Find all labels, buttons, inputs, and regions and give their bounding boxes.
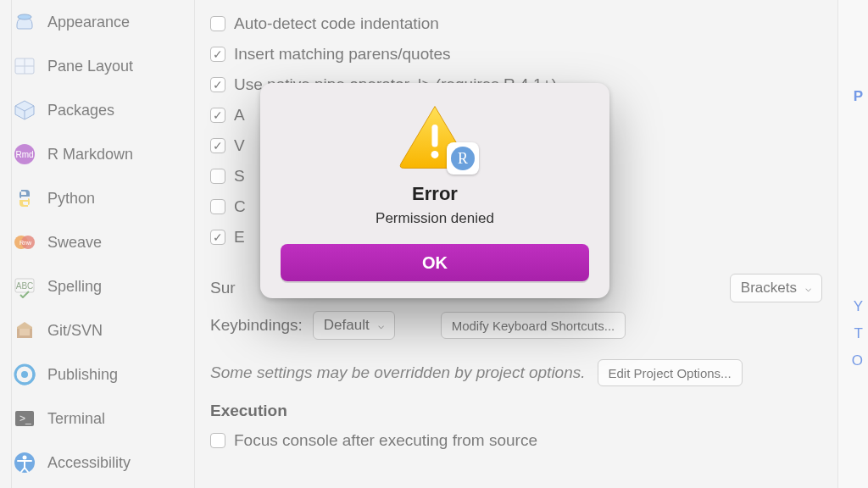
checkbox-label: A bbox=[234, 106, 245, 125]
sidebar-item-label: Appearance bbox=[47, 14, 130, 31]
keybindings-row: Keybindings: Default ⌵ Modify Keyboard S… bbox=[210, 307, 822, 344]
python-icon bbox=[12, 186, 37, 211]
option-row[interactable]: Insert matching parens/quotes bbox=[210, 39, 822, 69]
sidebar-item-accessibility[interactable]: Accessibility bbox=[0, 441, 194, 485]
sidebar-item-sweave[interactable]: Rnw Sweave bbox=[0, 220, 194, 264]
svg-point-20 bbox=[431, 151, 439, 158]
svg-text:Rnw: Rnw bbox=[19, 240, 32, 246]
surround-label: Sur bbox=[210, 279, 236, 297]
sidebar-item-label: Pane Layout bbox=[47, 58, 133, 75]
sidebar-item-terminal[interactable]: >_ Terminal bbox=[0, 396, 194, 441]
modify-keyboard-shortcuts-label: Modify Keyboard Shortcuts... bbox=[452, 319, 615, 333]
spelling-icon: ABC bbox=[12, 274, 37, 299]
sidebar-item-git-svn[interactable]: Git/SVN bbox=[0, 308, 194, 352]
accessibility-icon bbox=[12, 450, 37, 475]
ok-button[interactable]: OK bbox=[281, 244, 589, 281]
publishing-icon bbox=[12, 362, 37, 387]
sweave-icon: Rnw bbox=[12, 230, 37, 255]
checkbox[interactable] bbox=[210, 433, 225, 448]
svg-text:ABC: ABC bbox=[16, 281, 34, 291]
sidebar-item-label: Publishing bbox=[47, 366, 118, 384]
terminal-icon: >_ bbox=[12, 406, 37, 431]
sidebar: Appearance Pane Layout Packages Rmd R Ma… bbox=[0, 0, 195, 488]
edit-project-options-button[interactable]: Edit Project Options... bbox=[598, 359, 743, 386]
sidebar-item-pane-layout[interactable]: Pane Layout bbox=[0, 44, 194, 88]
rstudio-badge-icon: R bbox=[447, 142, 479, 175]
svg-rect-19 bbox=[431, 125, 437, 147]
keybindings-label: Keybindings: bbox=[210, 316, 303, 335]
svg-rect-12 bbox=[19, 329, 30, 336]
checkbox-label: C bbox=[234, 197, 246, 216]
checkbox[interactable] bbox=[210, 16, 225, 31]
sidebar-item-r-markdown[interactable]: Rmd R Markdown bbox=[0, 132, 194, 176]
surround-select[interactable]: Brackets ⌵ bbox=[730, 274, 822, 302]
keybindings-select[interactable]: Default ⌵ bbox=[313, 311, 395, 340]
sidebar-item-spelling[interactable]: ABC Spelling bbox=[0, 264, 194, 308]
svg-point-18 bbox=[23, 456, 27, 460]
sidebar-item-label: Terminal bbox=[47, 410, 105, 428]
dialog-title: Error bbox=[277, 183, 593, 205]
section-title-execution: Execution bbox=[210, 402, 822, 420]
checkbox-label: Insert matching parens/quotes bbox=[234, 45, 451, 64]
option-row[interactable]: Auto-detect code indentation bbox=[210, 8, 822, 39]
dialog-message: Permission denied bbox=[277, 210, 593, 227]
checkbox[interactable] bbox=[210, 77, 225, 92]
rmd-icon: Rmd bbox=[12, 141, 37, 167]
checkbox[interactable] bbox=[210, 199, 225, 214]
right-peek-letter: P bbox=[854, 88, 863, 105]
appearance-icon bbox=[12, 9, 37, 35]
project-override-note: Some settings may be overridden by proje… bbox=[210, 359, 822, 386]
checkbox[interactable] bbox=[210, 108, 225, 123]
project-override-text: Some settings may be overridden by proje… bbox=[210, 363, 586, 382]
sidebar-item-publishing[interactable]: Publishing bbox=[0, 352, 194, 396]
chevron-down-icon: ⌵ bbox=[805, 282, 811, 294]
checkbox[interactable] bbox=[210, 169, 225, 184]
edit-project-options-label: Edit Project Options... bbox=[609, 366, 732, 380]
exec-focus-console-row[interactable]: Focus console after executing from sourc… bbox=[210, 425, 822, 456]
right-peek-letter: O bbox=[852, 352, 863, 369]
sidebar-item-python[interactable]: Python bbox=[0, 176, 194, 220]
checkbox-label: V bbox=[234, 136, 245, 155]
sidebar-item-label: Packages bbox=[47, 102, 114, 119]
svg-point-0 bbox=[18, 14, 31, 19]
sidebar-item-label: R Markdown bbox=[47, 146, 133, 164]
checkbox-label: Auto-detect code indentation bbox=[234, 14, 439, 33]
checkbox[interactable] bbox=[210, 47, 225, 62]
checkbox-label: S bbox=[234, 167, 245, 186]
right-peek-letter: Y bbox=[854, 298, 863, 315]
svg-text:>_: >_ bbox=[19, 413, 31, 424]
sidebar-item-packages[interactable]: Packages bbox=[0, 88, 194, 132]
sidebar-item-appearance[interactable]: Appearance bbox=[0, 0, 194, 44]
keybindings-select-value: Default bbox=[324, 317, 370, 334]
checkbox-label: E bbox=[234, 228, 245, 247]
checkbox[interactable] bbox=[210, 230, 225, 245]
svg-point-14 bbox=[21, 371, 28, 378]
modify-keyboard-shortcuts-button[interactable]: Modify Keyboard Shortcuts... bbox=[441, 312, 626, 339]
chevron-down-icon: ⌵ bbox=[378, 319, 384, 331]
pane-icon bbox=[12, 53, 37, 79]
right-panel-peek: P Y T O bbox=[837, 0, 868, 488]
surround-select-value: Brackets bbox=[741, 280, 797, 297]
svg-text:Rmd: Rmd bbox=[15, 150, 33, 159]
right-peek-letter: T bbox=[854, 325, 863, 342]
error-dialog: R Error Permission denied OK bbox=[260, 83, 609, 298]
sidebar-edge bbox=[0, 0, 12, 488]
checkbox[interactable] bbox=[210, 138, 225, 153]
packages-icon bbox=[12, 97, 37, 123]
sidebar-item-label: Accessibility bbox=[47, 454, 131, 472]
sidebar-item-label: Spelling bbox=[47, 278, 102, 296]
sidebar-item-label: Python bbox=[47, 190, 95, 208]
sidebar-item-label: Git/SVN bbox=[47, 322, 103, 340]
checkbox-label: Focus console after executing from sourc… bbox=[234, 431, 537, 450]
warning-icon: R bbox=[396, 103, 474, 171]
sidebar-item-label: Sweave bbox=[47, 234, 102, 252]
git-icon bbox=[12, 318, 37, 343]
